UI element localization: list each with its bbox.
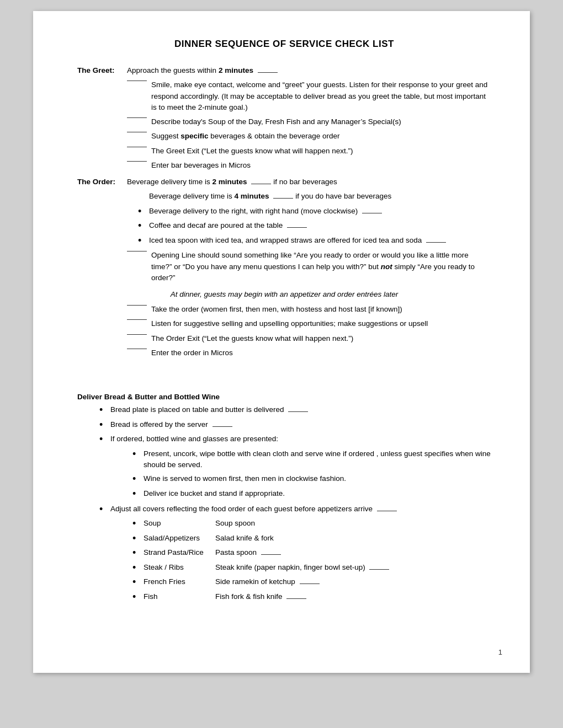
checkbox-1	[127, 81, 147, 81]
deliver-title: Deliver Bread & Butter and Bottled Wine	[77, 393, 491, 401]
blank-b2	[287, 227, 307, 228]
blank-adjust	[377, 511, 397, 511]
order-section: The Order: Beverage delivery time is 2 m…	[77, 176, 491, 283]
order-bullet-2: • Coffee and decaf are poured at the tab…	[138, 220, 491, 232]
cover-row-soup: • Soup Soup spoon	[132, 518, 491, 530]
greet-item-4: The Greet Exit (“Let the guests know wha…	[127, 146, 491, 157]
cover-row-salad: • Salad/Appetizers Salad knife & fork	[132, 533, 491, 545]
checkbox-3	[127, 132, 147, 132]
blank-fries	[300, 584, 320, 584]
order-item-4: The Order Exit (“Let the guests know wha…	[127, 333, 491, 344]
greet-item-1: Smile, make eye contact, welcome and “gr…	[127, 79, 491, 113]
checkbox-7	[127, 305, 147, 306]
cover-items-table: • Soup Soup spoon • Salad/Appetizers Sal…	[132, 518, 491, 603]
checkbox-10	[127, 349, 147, 349]
blank-fish	[286, 598, 306, 599]
order-bullet-3: • Iced tea spoon with iced tea, and wrap…	[138, 235, 491, 247]
checkbox-4	[127, 147, 147, 147]
wine-sub-bullets: • Present, uncork, wipe bottle with clea…	[132, 448, 491, 500]
adjust-bullet: • Adjust all covers reflecting the food …	[99, 504, 491, 516]
blank-d2	[213, 426, 232, 427]
greet-intro-text: Approach the guests within 2 minutes	[127, 65, 278, 76]
blank-b1	[362, 213, 382, 213]
blank-b3	[426, 242, 446, 243]
blank-steak	[369, 569, 389, 570]
page: DINNER SEQUENCE OF SERVICE CHECK LIST Th…	[33, 11, 530, 673]
order-item-1: Opening Line should sound something like…	[127, 250, 491, 283]
greet-item-2: Describe today's Soup of the Day, Fresh …	[127, 116, 491, 127]
cover-row-steak: • Steak / Ribs Steak knife (paper napkin…	[132, 562, 491, 574]
greet-item-3: Suggest specific beverages & obtain the …	[127, 131, 491, 142]
checkbox-5	[127, 161, 147, 162]
blank-order1	[251, 184, 271, 184]
post-italic-section: Take the order (women first, then men, w…	[77, 304, 491, 358]
greet-item-5: Enter bar beverages in Micros	[127, 160, 491, 171]
deliver-bullets: • Bread plate is placed on table and but…	[99, 404, 491, 603]
wine-bullet-1: • Present, uncork, wipe bottle with clea…	[132, 448, 491, 471]
deliver-bullet-1: • Bread plate is placed on table and but…	[99, 404, 491, 416]
page-title: DINNER SEQUENCE OF SERVICE CHECK LIST	[77, 39, 491, 50]
blank-d1	[288, 411, 308, 412]
deliver-section: Deliver Bread & Butter and Bottled Wine …	[77, 393, 491, 603]
wine-bullet-3: • Deliver ice bucket and stand if approp…	[132, 488, 491, 500]
checkbox-2	[127, 117, 147, 118]
order-bev2-line: Beverage delivery time is 4 minutes if y…	[149, 191, 491, 202]
order-item-3: Listen for suggestive selling and upsell…	[127, 318, 491, 329]
greet-intro-line: The Greet: Approach the guests within 2 …	[77, 65, 491, 76]
page-number: 1	[498, 648, 502, 656]
deliver-bullet-2: • Bread is offered by the server	[99, 419, 491, 431]
order-bullet-section: • Beverage delivery to the right, with r…	[138, 206, 491, 247]
cover-row-fries: • French Fries Side ramekin of ketchup	[132, 576, 491, 588]
checkbox-9	[127, 334, 147, 335]
wine-bullet-2: • Wine is served to women first, then me…	[132, 473, 491, 485]
cover-row-fish: • Fish Fish fork & fish knife	[132, 591, 491, 603]
greet-section: The Greet: Approach the guests within 2 …	[77, 65, 491, 171]
order-item-5: Enter the order in Micros	[127, 347, 491, 358]
cover-row-pasta: • Strand Pasta/Rice Pasta spoon	[132, 547, 491, 559]
deliver-bullet-3: • If ordered, bottled wine and glasses a…	[99, 433, 491, 446]
checkbox-6	[127, 251, 147, 251]
blank-pasta	[261, 554, 281, 555]
order-intro-line: The Order: Beverage delivery time is 2 m…	[77, 176, 491, 188]
checkbox-8	[127, 319, 147, 320]
greet-bold: 2 minutes	[219, 66, 253, 74]
blank-greet	[258, 72, 278, 73]
order-label: The Order:	[77, 176, 127, 188]
order-intro-text: Beverage delivery time is 2 minutes if n…	[127, 176, 337, 188]
order-bullet-1: • Beverage delivery to the right, with r…	[138, 206, 491, 218]
italic-note: At dinner, guests may begin with an appe…	[77, 290, 491, 298]
order-item-2: Take the order (women first, then men, w…	[127, 304, 491, 315]
greet-label: The Greet:	[77, 65, 127, 76]
blank-order2	[273, 198, 293, 199]
